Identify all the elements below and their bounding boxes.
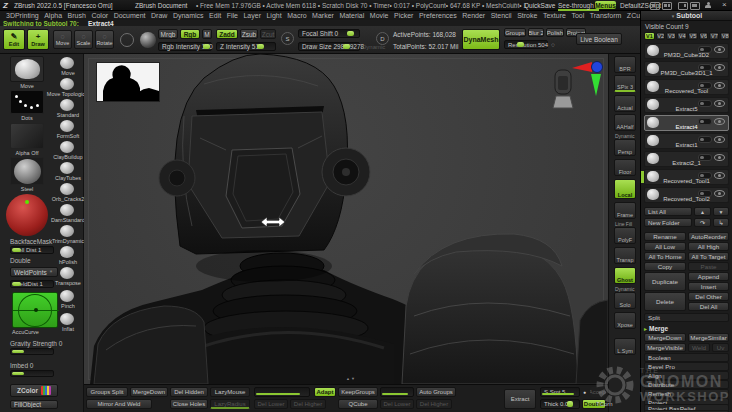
- tab-v3[interactable]: V3: [666, 32, 676, 40]
- menu-picker[interactable]: Picker: [394, 12, 413, 19]
- lsym-button[interactable]: L.Sym: [614, 338, 636, 355]
- menu-render[interactable]: Render: [462, 12, 485, 19]
- recent-brush-thumb[interactable]: [60, 225, 74, 237]
- list-all-button[interactable]: List All: [644, 207, 692, 216]
- layout-full-icon[interactable]: [690, 2, 700, 10]
- insert-button[interactable]: Insert: [688, 282, 729, 291]
- resolution-slider[interactable]: Resolution 504: [504, 40, 548, 49]
- draw-button[interactable]: + Draw: [27, 29, 49, 50]
- ghost-button[interactable]: Ghost: [614, 267, 636, 284]
- mergesimilar-button[interactable]: MergeSimilar: [688, 333, 729, 342]
- recent-brush-thumb[interactable]: [60, 183, 74, 195]
- axis-gizmo[interactable]: [570, 58, 606, 100]
- actual-button[interactable]: Actual: [614, 95, 636, 112]
- del-lower2-button[interactable]: Del Lower: [380, 399, 414, 409]
- subtool-row[interactable]: Extract1: [644, 133, 729, 149]
- menu-draw[interactable]: Draw: [151, 12, 167, 19]
- menu-preferences[interactable]: Preferences: [419, 12, 457, 19]
- m-button[interactable]: M: [202, 29, 212, 39]
- rgb-button[interactable]: Rgb: [180, 29, 200, 39]
- del-higher-button[interactable]: Del Higher: [290, 399, 326, 409]
- menu-layer[interactable]: Layer: [243, 12, 261, 19]
- merge-section-header[interactable]: ▸ Merge: [644, 324, 729, 332]
- lazyradius-slider[interactable]: LazyRadius: [210, 399, 250, 409]
- all-to-target-button[interactable]: All To Target: [688, 252, 729, 261]
- all-high-button[interactable]: All High: [688, 242, 729, 251]
- menus-button[interactable]: Menus: [595, 1, 616, 9]
- menu-texture[interactable]: Texture: [543, 12, 566, 19]
- menu-3dprinting[interactable]: 3DPrinting: [6, 12, 39, 19]
- lazymouse-button[interactable]: LazyMouse: [210, 387, 250, 397]
- subtool-row[interactable]: PM3D_Cube3D1_1: [644, 61, 729, 77]
- mrgb-button[interactable]: Mrgb: [158, 29, 178, 39]
- quicksave-button[interactable]: QuickSave: [524, 2, 555, 9]
- menu-stroke[interactable]: Stroke: [517, 12, 537, 19]
- recent-brush-thumb[interactable]: [60, 120, 74, 132]
- auto-groups-button[interactable]: Auto Groups: [416, 387, 456, 397]
- keepgroups-button[interactable]: KeepGroups: [338, 387, 378, 397]
- solo-button[interactable]: Solo: [614, 292, 636, 309]
- menu-stencil[interactable]: Stencil: [491, 12, 512, 19]
- zsub-button[interactable]: Zsub: [240, 29, 258, 39]
- polish-button[interactable]: Polish: [546, 28, 564, 37]
- material-thumbnail[interactable]: [10, 157, 44, 185]
- del-lower-button[interactable]: Del Lower: [254, 399, 288, 409]
- extract-button[interactable]: Extract: [504, 389, 536, 409]
- boolean-button[interactable]: Boolean: [644, 353, 729, 362]
- menu-material[interactable]: Material: [339, 12, 364, 19]
- tab-v8[interactable]: V8: [720, 32, 730, 40]
- rgb-intensity-slider[interactable]: Rgb Intensity 100: [158, 42, 212, 51]
- tab-v1[interactable]: V1: [644, 32, 655, 40]
- mirror-and-weld-button[interactable]: Mirror And Weld: [86, 399, 152, 409]
- xpose-button[interactable]: Xpose: [614, 312, 636, 329]
- paste-button[interactable]: Paste: [688, 262, 729, 271]
- menu-movie[interactable]: Movie: [370, 12, 389, 19]
- menu-transform[interactable]: Transform: [590, 12, 622, 19]
- menu-marker[interactable]: Marker: [312, 12, 334, 19]
- draw-size-slider[interactable]: Draw Size 298.79278: [298, 42, 360, 51]
- roll-dist-slider[interactable]: Roll Dist 1: [10, 246, 54, 254]
- recent-brush-thumb[interactable]: [60, 246, 74, 258]
- alpha-thumbnail[interactable]: [10, 123, 44, 149]
- bpr-button[interactable]: BPR: [614, 56, 636, 73]
- rotate-button[interactable]: ◌ Rotate: [95, 30, 114, 49]
- local-button[interactable]: Local: [614, 179, 636, 199]
- color-picker-sphere[interactable]: [6, 194, 50, 236]
- tab-v5[interactable]: V5: [688, 32, 698, 40]
- subtool-header[interactable]: ▾ Subtool: [641, 11, 732, 21]
- recent-brush-thumb[interactable]: [60, 57, 74, 69]
- move-down-button[interactable]: ▼: [713, 207, 729, 216]
- qcube-button[interactable]: QCube: [338, 399, 378, 409]
- layout-both-trays-icon[interactable]: [662, 2, 672, 10]
- thick-slider[interactable]: Thick 0.02: [540, 399, 580, 409]
- delete-button[interactable]: Delete: [644, 292, 686, 311]
- mergedown-button-bottom[interactable]: MergeDown: [130, 387, 168, 397]
- tab-v6[interactable]: V6: [699, 32, 709, 40]
- del-all-button[interactable]: Del All: [688, 302, 729, 311]
- resolution-dot-icon[interactable]: ○: [551, 41, 555, 48]
- distribute-button[interactable]: Distribute: [644, 380, 729, 389]
- edit-button[interactable]: ✎ Edit: [3, 29, 25, 50]
- sculptris-pro-icon[interactable]: S: [281, 32, 294, 45]
- folder-move-out-icon[interactable]: ↷: [694, 218, 711, 227]
- recent-brush-thumb[interactable]: [60, 267, 74, 279]
- tab-v2[interactable]: V2: [656, 32, 666, 40]
- dynamesh-button[interactable]: DynaMesh: [462, 29, 500, 50]
- mergevisible-button[interactable]: MergeVisible: [644, 343, 686, 352]
- see-through-slider[interactable]: See-through 0: [558, 2, 599, 11]
- tcorn-toggle[interactable]: TCorn: [596, 401, 613, 407]
- persp-button[interactable]: Persp: [614, 139, 636, 156]
- recent-brush-thumb[interactable]: [60, 313, 74, 325]
- weldpoints-dropdown[interactable]: WeldPoints *: [10, 267, 58, 277]
- focal-shift-slider[interactable]: Focal Shift 0: [298, 29, 360, 38]
- subtool-row[interactable]: PM3D_Cube3D2: [644, 43, 729, 59]
- remesh-button[interactable]: Remesh: [644, 389, 729, 398]
- close-icon[interactable]: ×: [722, 0, 727, 9]
- gravity-strength-slider[interactable]: [10, 348, 54, 355]
- stroke-thumbnail[interactable]: [10, 90, 44, 114]
- copy-button[interactable]: Copy: [644, 262, 686, 271]
- transp-button[interactable]: Transp: [614, 247, 636, 264]
- accept-button[interactable]: Accept: [590, 387, 606, 397]
- floor-button[interactable]: Floor: [614, 159, 636, 176]
- imbed-slider[interactable]: [10, 370, 54, 377]
